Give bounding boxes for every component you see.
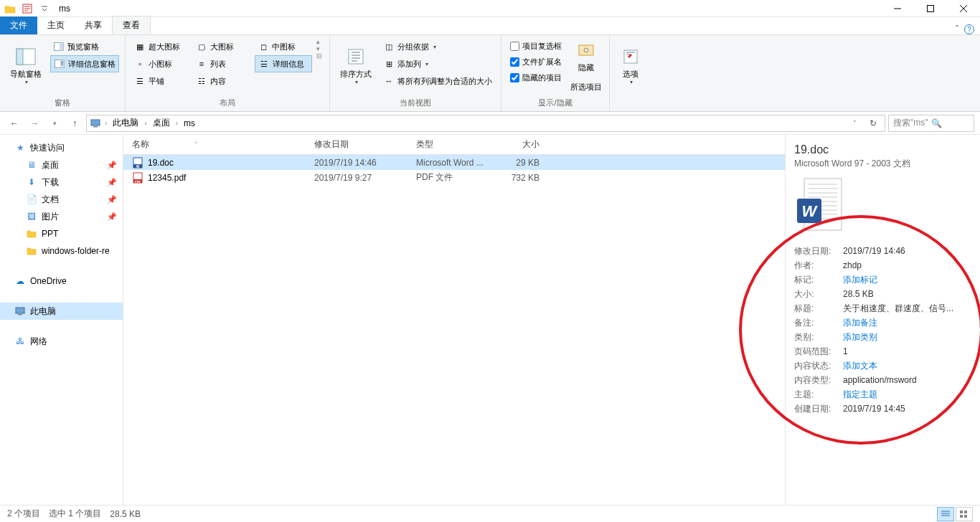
nav-pane-button[interactable]: 导航窗格▾ — [6, 38, 46, 94]
nav-ppt[interactable]: PPT — [0, 225, 123, 242]
layout-more-icon[interactable]: ⊟ — [316, 52, 324, 60]
file-row[interactable]: PDF12345.pdf2019/7/19 9:27PDF 文件732 KB — [123, 170, 785, 185]
file-name: 12345.pdf — [148, 173, 186, 183]
view-details-button[interactable] — [937, 507, 954, 521]
nav-windows-folder[interactable]: windows-folder-re — [0, 242, 123, 260]
chevron-right-icon[interactable]: › — [174, 119, 180, 127]
checkbox-item-checkboxes[interactable]: 项目复选框 — [507, 38, 565, 54]
file-row[interactable]: W19.doc2019/7/19 14:46Microsoft Word ...… — [123, 155, 785, 170]
layout-list[interactable]: ≡列表 — [193, 55, 250, 72]
folder-icon — [26, 245, 37, 257]
status-item-count: 2 个项目 — [7, 508, 40, 520]
maximize-button[interactable] — [914, 0, 947, 17]
checkbox-hidden-items[interactable]: 隐藏的项目 — [507, 70, 565, 85]
svg-text:PDF: PDF — [135, 179, 141, 183]
layout-details[interactable]: ☱详细信息 — [255, 55, 312, 72]
group-by-button[interactable]: ◫分组依据▾ — [380, 38, 495, 55]
tab-home[interactable]: 主页 — [37, 16, 75, 34]
prop-value[interactable]: 添加类别 — [843, 331, 877, 343]
layout-extra-large[interactable]: ▦超大图标 — [131, 38, 189, 55]
forward-button[interactable]: → — [26, 115, 43, 132]
add-columns-button[interactable]: ⊞添加列▾ — [380, 55, 495, 72]
col-size[interactable]: 大小 — [501, 138, 551, 151]
layout-large[interactable]: ▢大图标 — [193, 38, 250, 55]
svg-rect-1 — [928, 5, 934, 11]
pin-icon: 📌 — [107, 161, 117, 170]
svg-rect-27 — [960, 515, 963, 518]
qat-dropdown-icon[interactable] — [37, 1, 52, 16]
prop-value[interactable]: 指定主题 — [843, 388, 877, 401]
preview-pane-button[interactable]: 预览窗格 — [50, 38, 119, 55]
view-icons-button[interactable] — [956, 507, 973, 521]
address-field[interactable]: › 此电脑 › 桌面 › ms ˅ ↻ — [86, 115, 885, 132]
size-columns-button[interactable]: ↔将所有列调整为合适的大小 — [380, 72, 495, 90]
nav-desktop[interactable]: 🖥桌面📌 — [0, 156, 123, 174]
prop-value[interactable]: 添加备注 — [843, 316, 877, 329]
tab-share[interactable]: 共享 — [75, 16, 112, 34]
close-button[interactable] — [947, 0, 980, 17]
ribbon-collapse-icon[interactable]: ˆ — [956, 24, 958, 34]
col-type[interactable]: 类型 — [416, 138, 501, 151]
detail-property: 标题:关于相速度、群速度、信号... — [794, 302, 971, 315]
nav-network[interactable]: 🖧网络 — [0, 333, 123, 350]
nav-downloads[interactable]: ⬇下载📌 — [0, 174, 123, 191]
chevron-right-icon[interactable]: › — [103, 119, 109, 127]
folder-icon — [26, 228, 37, 239]
nav-documents[interactable]: 📄文档📌 — [0, 191, 123, 208]
detail-property: 类别:添加类别 — [794, 331, 971, 343]
up-button[interactable]: ↑ — [66, 115, 83, 132]
layout-scroll-up-icon[interactable]: ▴ — [316, 38, 324, 45]
col-name[interactable]: 名称 ˄ — [129, 138, 314, 151]
folder-icon — [3, 1, 17, 16]
pin-icon: 📌 — [107, 195, 117, 204]
nav-pictures[interactable]: 🖼图片📌 — [0, 208, 123, 225]
file-name: 19.doc — [148, 158, 174, 168]
file-list: 名称 ˄ 修改日期 类型 大小 W19.doc2019/7/19 14:46Mi… — [123, 135, 785, 505]
layout-small[interactable]: ▫小图标 — [131, 55, 189, 72]
prop-value: 2019/7/19 14:45 — [843, 402, 905, 415]
detail-property: 标记:添加标记 — [794, 273, 971, 286]
tab-view[interactable]: 查看 — [112, 16, 151, 34]
address-bar: ← → ▾ ↑ › 此电脑 › 桌面 › ms ˅ ↻ 搜索"ms" 🔍 — [0, 112, 980, 135]
checkbox-file-extensions[interactable]: 文件扩展名 — [507, 54, 565, 70]
hide-selected-button[interactable]: 隐藏所选项目 — [569, 38, 603, 94]
search-placeholder: 搜索"ms" — [893, 117, 931, 129]
nav-quick-access[interactable]: ★快速访问 — [0, 139, 123, 156]
breadcrumb-thispc[interactable]: 此电脑 — [110, 115, 141, 130]
minimize-button[interactable] — [881, 0, 914, 17]
details-filetype: Microsoft Word 97 - 2003 文档 — [794, 158, 971, 170]
svg-rect-5 — [60, 43, 64, 51]
prop-value: application/msword — [843, 374, 917, 386]
svg-rect-12 — [91, 120, 100, 125]
breadcrumb-ms[interactable]: ms — [182, 117, 197, 130]
sort-by-button[interactable]: 排序方式▾ — [336, 38, 376, 94]
nav-onedrive[interactable]: ☁OneDrive — [0, 272, 123, 290]
recent-dropdown[interactable]: ▾ — [46, 115, 63, 132]
qat-properties-icon[interactable] — [20, 1, 34, 16]
svg-rect-13 — [93, 126, 98, 128]
status-selected-size: 28.5 KB — [110, 509, 141, 519]
refresh-icon[interactable]: ↻ — [864, 118, 882, 128]
prop-value[interactable]: 添加标记 — [843, 273, 877, 286]
tab-file[interactable]: 文件 — [0, 16, 37, 34]
nav-thispc[interactable]: 此电脑 — [0, 303, 123, 320]
chevron-right-icon[interactable]: › — [142, 119, 149, 127]
layout-content[interactable]: ☷内容 — [193, 72, 250, 90]
document-icon: 📄 — [26, 194, 37, 205]
options-button[interactable]: 选项▾ — [616, 38, 646, 94]
column-headers: 名称 ˄ 修改日期 类型 大小 — [123, 135, 785, 155]
breadcrumb-desktop[interactable]: 桌面 — [151, 115, 172, 130]
back-button[interactable]: ← — [6, 115, 23, 132]
details-pane-button[interactable]: 详细信息窗格 — [50, 55, 119, 72]
address-dropdown-icon[interactable]: ˅ — [846, 120, 863, 127]
col-date[interactable]: 修改日期 — [314, 138, 416, 151]
help-icon[interactable]: ? — [964, 24, 974, 34]
download-icon: ⬇ — [26, 176, 37, 188]
layout-medium[interactable]: ◻中图标 — [255, 38, 312, 55]
layout-scroll-down-icon[interactable]: ▾ — [316, 45, 324, 52]
picture-icon: 🖼 — [26, 211, 37, 222]
network-icon: 🖧 — [14, 336, 26, 347]
prop-value[interactable]: 添加文本 — [843, 359, 877, 372]
layout-tiles[interactable]: ☰平铺 — [131, 72, 189, 90]
search-box[interactable]: 搜索"ms" 🔍 — [888, 115, 974, 132]
